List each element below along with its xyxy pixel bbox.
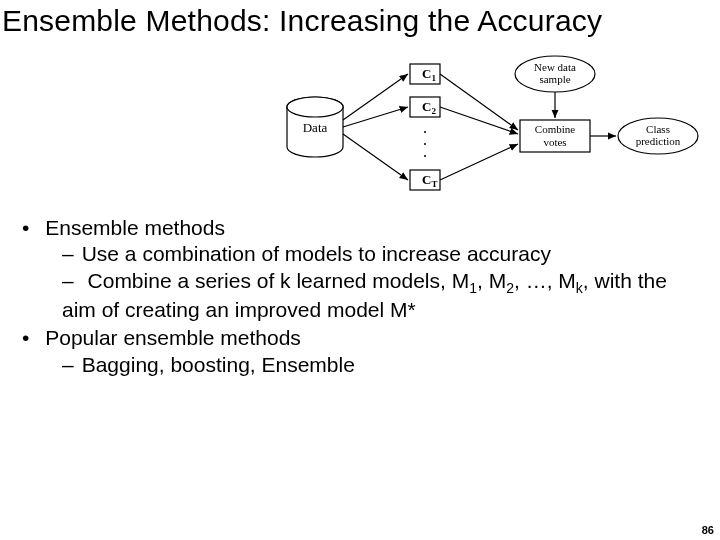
svg-point-11 [424, 155, 426, 157]
svg-text:New data: New data [534, 61, 576, 73]
bullet-1-2: Combine a series of k learned models, M1… [62, 268, 700, 324]
bullet-1: Ensemble methods Use a combination of mo… [20, 215, 700, 323]
svg-line-2 [343, 74, 408, 120]
combine-votes-box: Combine votes [520, 120, 590, 152]
svg-point-9 [424, 131, 426, 133]
new-sample-node: New data sample [515, 56, 595, 92]
svg-line-14 [440, 74, 518, 130]
svg-line-4 [343, 134, 408, 180]
classifier-c2-box: C2 [410, 97, 440, 117]
svg-point-1 [287, 97, 343, 117]
ensemble-diagram: Data C1 C2 CT New data sample Combine vo… [280, 52, 700, 202]
svg-line-3 [343, 107, 408, 127]
classifier-c1-box: C1 [410, 64, 440, 84]
svg-text:Combine: Combine [535, 123, 575, 135]
svg-point-10 [424, 143, 426, 145]
svg-line-16 [440, 144, 518, 180]
bullet-2-1: Bagging, boosting, Ensemble [62, 352, 700, 378]
page-number: 86 [702, 524, 714, 536]
bullet-content: Ensemble methods Use a combination of mo… [20, 215, 700, 380]
data-label: Data [303, 120, 328, 135]
svg-text:Class: Class [646, 123, 670, 135]
bullet-2: Popular ensemble methods Bagging, boosti… [20, 325, 700, 378]
svg-text:prediction: prediction [636, 135, 681, 147]
svg-line-15 [440, 107, 518, 134]
slide-title: Ensemble Methods: Increasing the Accurac… [0, 0, 720, 38]
data-cylinder-icon: Data [287, 97, 343, 157]
bullet-1-1: Use a combination of models to increase … [62, 241, 700, 267]
class-prediction-node: Class prediction [618, 118, 698, 154]
svg-text:votes: votes [543, 136, 566, 148]
classifier-ct-box: CT [410, 170, 440, 190]
svg-text:sample: sample [539, 73, 570, 85]
